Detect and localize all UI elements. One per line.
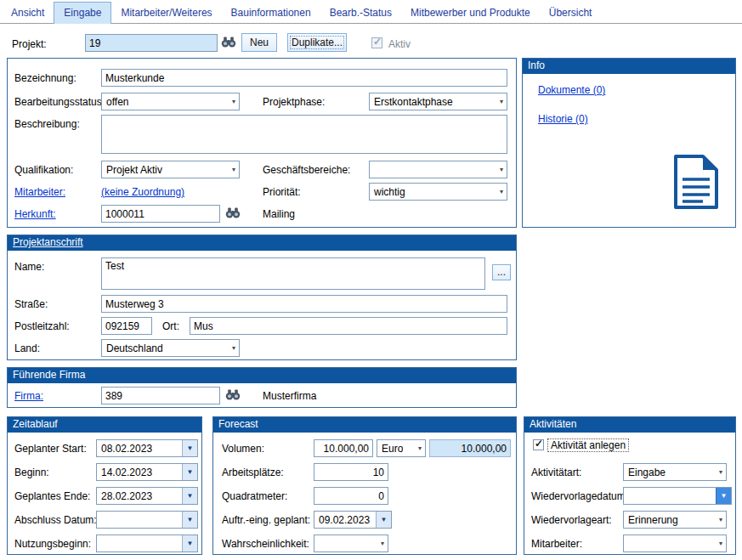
fuehrende-firma-panel: Führende Firma Firma: Musterfirma	[7, 367, 517, 408]
qualifikation-select[interactable]: Projekt Aktiv ▾	[101, 161, 240, 178]
aktivitaeten-panel: Aktivitäten ✓ Aktivität anlegen Aktivitä…	[524, 416, 736, 555]
tab-bearb-status[interactable]: Bearb.-Status	[320, 2, 401, 24]
herkunft-link[interactable]: Herkunft:	[14, 208, 56, 220]
wiedervorlagedatum-label: Wiedervorlagedatum:	[531, 490, 628, 502]
geplantes-ende-value: 28.02.2023	[101, 490, 152, 502]
beschreibung-label: Beschreibung:	[14, 118, 80, 130]
forecast-panel-title: Forecast	[218, 418, 258, 430]
dokumente-link[interactable]: Dokumente (0)	[538, 84, 605, 96]
ort-input[interactable]	[190, 317, 507, 335]
forecast-panel: Forecast Volumen: Euro ▾ Arbeitsplätze: …	[212, 416, 517, 555]
land-select[interactable]: Deutschland ▾	[101, 339, 240, 357]
aktivitaeten-panel-title: Aktivitäten	[530, 418, 576, 430]
aktivitaet-anlegen-checkbox[interactable]: ✓	[533, 439, 544, 450]
wahrscheinlichkeit-select[interactable]: ▾	[314, 535, 388, 552]
projektanschrift-panel-title: Projektanschrift	[13, 236, 83, 248]
volumen-label: Volumen:	[222, 443, 264, 455]
strasse-input[interactable]	[101, 295, 507, 313]
wiedervorlageart-select[interactable]: Erinnerung ▾	[623, 511, 727, 529]
historie-link[interactable]: Historie (0)	[538, 113, 588, 125]
name-textarea[interactable]: Test	[101, 257, 485, 290]
chevron-down-icon: ▾	[229, 344, 239, 352]
bearbeitungsstatus-value: offen	[106, 96, 128, 108]
aktivitaet-mitarbeiter-select[interactable]: ▾	[623, 535, 727, 552]
chevron-down-icon: ▾	[229, 166, 239, 173]
aktivitaet-anlegen-label[interactable]: Aktivität anlegen	[547, 438, 629, 452]
zeitablauf-panel-header: Zeitablauf	[8, 417, 201, 433]
auftragseingang-value: 09.02.2023	[319, 514, 370, 526]
beginn-value: 14.02.2023	[101, 467, 152, 478]
auftragseingang-label: Auftr.-eing. geplant:	[222, 514, 310, 526]
quadratmeter-input[interactable]	[314, 487, 388, 505]
chevron-down-icon: ▼	[182, 440, 197, 456]
projektanschrift-panel: Projektanschrift Name: Test ... Straße: …	[7, 235, 517, 360]
prioritaet-select[interactable]: wichtig ▾	[369, 183, 507, 201]
postleitzahl-input[interactable]	[101, 317, 152, 335]
aktivitaetart-select[interactable]: Eingabe ▾	[623, 463, 727, 481]
herkunft-input[interactable]	[101, 205, 220, 223]
arbeitsplaetze-input[interactable]	[314, 463, 388, 481]
postleitzahl-label: Postleitzahl:	[14, 320, 70, 332]
land-value: Deutschland	[106, 342, 163, 354]
tab-ansicht[interactable]: Ansicht	[2, 2, 54, 24]
aktivitaetart-label: Aktivitätart:	[531, 467, 581, 478]
geschaeftsbereiche-select[interactable]: ▾	[369, 161, 507, 178]
search-binoculars-icon[interactable]	[225, 207, 241, 221]
project-number-input[interactable]	[85, 34, 218, 52]
tab-bauinformationen[interactable]: Bauinformationen	[222, 2, 320, 24]
chevron-down-icon: ▾	[415, 444, 425, 452]
bezeichnung-input[interactable]	[101, 69, 507, 87]
search-binoculars-icon[interactable]	[225, 389, 241, 403]
firma-number-input[interactable]	[101, 387, 220, 404]
chevron-down-icon: ▼	[182, 488, 197, 504]
wiedervorlageart-label: Wiedervorlageart:	[531, 514, 612, 526]
prioritaet-label: Priorität:	[263, 186, 301, 198]
chevron-down-icon: ▾	[229, 98, 239, 105]
aktiv-checkbox-label: Aktiv	[388, 38, 411, 50]
projektphase-label: Projektphase:	[263, 96, 325, 108]
new-button[interactable]: Neu	[241, 33, 277, 52]
fuehrende-firma-panel-header: Führende Firma	[8, 368, 516, 383]
firma-name-text: Musterfirma	[263, 390, 316, 402]
mitarbeiter-assignment-link[interactable]: (keine Zuordnung)	[101, 186, 184, 198]
geplantes-ende-date-select[interactable]: 28.02.2023 ▼	[96, 487, 198, 505]
strasse-label: Straße:	[14, 298, 48, 310]
beschreibung-textarea[interactable]	[101, 115, 507, 154]
chevron-down-icon: ▾	[496, 166, 507, 173]
aktiv-checkbox[interactable]: ✓	[371, 37, 382, 48]
zeitablauf-panel-title: Zeitablauf	[13, 418, 58, 430]
tab-eingabe[interactable]: Eingabe	[54, 2, 111, 24]
project-label: Projekt:	[12, 38, 47, 50]
name-label: Name:	[14, 261, 44, 273]
ort-label: Ort:	[162, 320, 179, 332]
chevron-down-icon: ▾	[716, 516, 726, 523]
tab-uebersicht[interactable]: Übersicht	[540, 2, 602, 24]
wahrscheinlichkeit-label: Wahrscheinlichkeit:	[222, 538, 309, 550]
projektphase-select[interactable]: Erstkontaktphase ▾	[369, 93, 507, 110]
chevron-down-icon: ▼	[376, 512, 391, 528]
tab-mitbewerber-produkte[interactable]: Mitbewerber und Produkte	[401, 2, 540, 24]
geplanter-start-date-select[interactable]: 08.02.2023 ▼	[96, 439, 198, 457]
waehrung-select[interactable]: Euro ▾	[377, 439, 426, 457]
search-binoculars-icon[interactable]	[221, 37, 236, 50]
abschluss-datum-date-select[interactable]: ▼	[96, 511, 198, 529]
chevron-down-icon: ▾	[377, 540, 388, 547]
firma-link[interactable]: Firma:	[14, 390, 43, 402]
chevron-down-icon: ▾	[716, 468, 726, 476]
volumen-input[interactable]	[314, 439, 373, 457]
auftragseingang-date-select[interactable]: 09.02.2023 ▼	[314, 511, 392, 529]
duplicates-button[interactable]: Duplikate...	[287, 33, 347, 52]
browse-address-button[interactable]: ...	[492, 264, 511, 280]
chevron-down-icon: ▼	[182, 535, 197, 552]
tab-mitarbeiter-weiteres[interactable]: Mitarbeiter/Weiteres	[111, 2, 221, 24]
geschaeftsbereiche-label: Geschäftsbereiche:	[263, 164, 350, 176]
wiedervorlagedatum-date-select[interactable]: ▼	[623, 487, 732, 505]
volumen-total-field	[429, 439, 511, 457]
mitarbeiter-link[interactable]: Mitarbeiter:	[14, 186, 65, 198]
herkunft-info-text: Mailing	[263, 208, 295, 220]
nutzungsbeginn-date-select[interactable]: ▼	[96, 535, 198, 552]
bearbeitungsstatus-select[interactable]: offen ▾	[101, 93, 240, 110]
fuehrende-firma-panel-title: Führende Firma	[13, 369, 85, 381]
info-panel-title: Info	[528, 59, 545, 71]
beginn-date-select[interactable]: 14.02.2023 ▼	[96, 463, 198, 481]
